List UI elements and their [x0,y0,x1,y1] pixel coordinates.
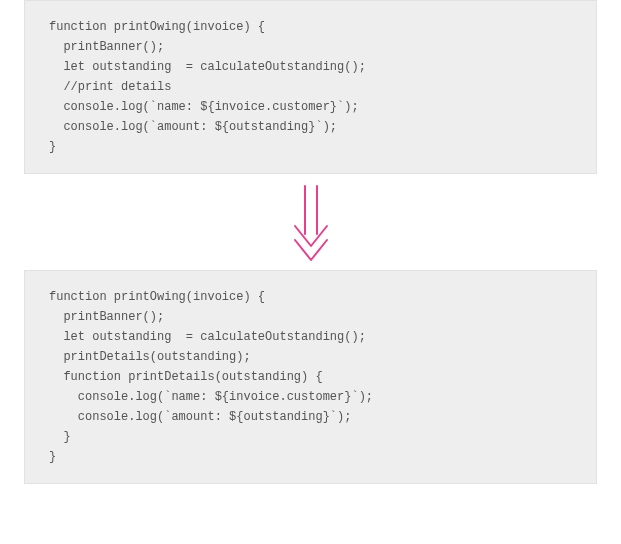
down-arrow-icon [291,182,331,262]
code-line: function printOwing(invoice) { [49,287,572,307]
code-line: function printOwing(invoice) { [49,17,572,37]
code-line: } [49,427,572,447]
code-line: function printDetails(outstanding) { [49,367,572,387]
code-line: printDetails(outstanding); [49,347,572,367]
code-line: console.log(`amount: ${outstanding}`); [49,407,572,427]
code-line: let outstanding = calculateOutstanding()… [49,57,572,77]
code-line: let outstanding = calculateOutstanding()… [49,327,572,347]
code-line: printBanner(); [49,307,572,327]
code-line: console.log(`name: ${invoice.customer}`)… [49,97,572,117]
arrow-container [24,174,597,270]
code-line: } [49,447,572,467]
page-container: function printOwing(invoice) { printBann… [0,0,621,544]
code-line: console.log(`name: ${invoice.customer}`)… [49,387,572,407]
code-line: console.log(`amount: ${outstanding}`); [49,117,572,137]
code-block-before: function printOwing(invoice) { printBann… [24,0,597,174]
code-line: //print details [49,77,572,97]
code-line: printBanner(); [49,37,572,57]
code-block-after: function printOwing(invoice) { printBann… [24,270,597,484]
code-line: } [49,137,572,157]
